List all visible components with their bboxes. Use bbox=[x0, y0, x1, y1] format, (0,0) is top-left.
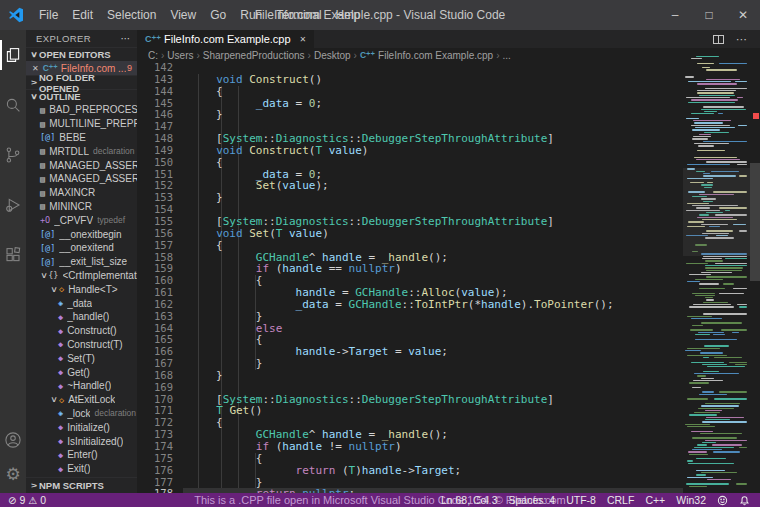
menu-help[interactable]: Help bbox=[329, 0, 368, 30]
activitybar-extensions[interactable] bbox=[0, 230, 26, 280]
outline-item[interactable]: [@]BEBE bbox=[26, 131, 137, 145]
tab-fileinfo-example[interactable]: C⁺⁺ FileInfo.com Example.cpp ✕ bbox=[137, 30, 314, 48]
problems-status[interactable]: ⊘ 9 ⚠ 0 bbox=[0, 494, 46, 506]
menu-run[interactable]: Run bbox=[233, 0, 269, 30]
outline-item[interactable]: ▤MULTILINE_PREPR... bbox=[26, 117, 137, 131]
more-actions-icon[interactable]: ⋯ bbox=[736, 33, 748, 46]
chevron-right-icon: › bbox=[354, 50, 357, 61]
breadcrumb-item[interactable]: C: bbox=[148, 50, 158, 61]
breadcrumb-item[interactable]: ... bbox=[502, 50, 510, 61]
activitybar-search[interactable] bbox=[0, 80, 26, 130]
status-item-utf-8[interactable]: UTF-8 bbox=[566, 494, 596, 506]
outline-item[interactable]: ∨◇Handle<T> bbox=[26, 282, 137, 296]
section-open-editors[interactable]: ∨ OPEN EDITORS bbox=[26, 47, 137, 61]
code-line[interactable]: void Construct() bbox=[183, 74, 683, 86]
scrollbar-thumb[interactable] bbox=[750, 163, 760, 281]
minimap[interactable] bbox=[683, 48, 750, 494]
code-line[interactable]: T Get() bbox=[183, 405, 683, 417]
symbol-method-icon: ◆ bbox=[58, 436, 63, 446]
close-button[interactable]: ✕ bbox=[726, 0, 760, 30]
outline-item-label: MRTDLL bbox=[49, 146, 89, 157]
outline-item[interactable]: ◆_handle() bbox=[26, 310, 137, 324]
outline-item[interactable]: ◆Set(T) bbox=[26, 351, 137, 365]
code-content[interactable]: void Construct() { _data = 0; } [System:… bbox=[183, 62, 683, 493]
code-line[interactable]: void Construct(T value) bbox=[183, 145, 683, 157]
activitybar-settings[interactable]: ⚙ bbox=[0, 457, 26, 491]
outline-item[interactable]: ◆Enter() bbox=[26, 448, 137, 462]
menu-file[interactable]: File bbox=[32, 0, 65, 30]
outline-item-label: Construct(T) bbox=[67, 339, 123, 350]
outline-item[interactable]: ◆~Handle() bbox=[26, 379, 137, 393]
outline-item[interactable]: ◆Construct() bbox=[26, 324, 137, 338]
outline-item[interactable]: [@]__onexitbegin bbox=[26, 227, 137, 241]
code-line[interactable]: } bbox=[183, 370, 683, 382]
chevron-down-icon[interactable]: ∨ bbox=[39, 271, 50, 280]
outline-item[interactable]: ▤MAXINCR bbox=[26, 186, 137, 200]
split-editor-icon[interactable] bbox=[713, 35, 724, 44]
symbol-method-icon: ◆ bbox=[58, 422, 63, 432]
code-editor[interactable]: 1421431441451461471481491501511521531541… bbox=[137, 62, 683, 493]
tab-label: FileInfo.com Example.cpp bbox=[164, 33, 291, 45]
outline-item[interactable]: [@]__exit_list_size bbox=[26, 255, 137, 269]
breadcrumb-item[interactable]: Users bbox=[167, 50, 193, 61]
code-line[interactable]: return nullptr; bbox=[183, 488, 683, 493]
code-line[interactable]: } bbox=[183, 192, 683, 204]
outline-item[interactable]: ▤MANAGED_ASSER... bbox=[26, 158, 137, 172]
outline-item[interactable]: ▤BAD_PREPROCESS... bbox=[26, 103, 137, 117]
outline-item[interactable]: +O_CPVFVtypedef bbox=[26, 213, 137, 227]
minimize-button[interactable]: – bbox=[658, 0, 692, 30]
bell-icon[interactable] bbox=[739, 495, 750, 506]
close-icon[interactable]: ✕ bbox=[32, 64, 39, 73]
code-line[interactable]: } bbox=[183, 358, 683, 370]
chevron-down-icon[interactable]: ∨ bbox=[48, 395, 61, 404]
scrollbar[interactable] bbox=[750, 48, 760, 494]
minimap-viewport[interactable] bbox=[683, 168, 750, 256]
menu-view[interactable]: View bbox=[163, 0, 203, 30]
sidebar-more-actions-icon[interactable]: ⋯ bbox=[121, 33, 131, 44]
outline-item[interactable]: ◆Construct(T) bbox=[26, 338, 137, 352]
cpp-file-icon: C⁺⁺ bbox=[360, 50, 375, 60]
outline-item[interactable]: ◆IsInitialized() bbox=[26, 434, 137, 448]
code-line[interactable]: void Set(T value) bbox=[183, 228, 683, 240]
outline-item[interactable]: ◈_lockdeclaration bbox=[26, 407, 137, 421]
activitybar-run-debug[interactable] bbox=[0, 180, 26, 230]
menu-go[interactable]: Go bbox=[203, 0, 233, 30]
outline-item-label: Construct() bbox=[67, 325, 116, 336]
outline-item[interactable]: ▤MANAGED_ASSER... bbox=[26, 172, 137, 186]
section-no-folder[interactable]: > NO FOLDER OPENED bbox=[26, 75, 137, 89]
outline-item[interactable]: ◆Exit() bbox=[26, 462, 137, 476]
status-item-c-[interactable]: C++ bbox=[645, 494, 665, 506]
code-line[interactable]: } bbox=[183, 109, 683, 121]
status-item-spaces-4[interactable]: Spaces: 4 bbox=[509, 494, 556, 506]
outline-item[interactable]: ▤MRTDLLdeclaration bbox=[26, 144, 137, 158]
status-item-win32[interactable]: Win32 bbox=[676, 494, 706, 506]
status-item-ln-68-col-3[interactable]: Ln 68, Col 3 bbox=[441, 494, 498, 506]
section-npm-scripts[interactable]: > NPM SCRIPTS bbox=[26, 477, 137, 493]
menu-edit[interactable]: Edit bbox=[65, 0, 100, 30]
code-line[interactable]: Set(value); bbox=[183, 180, 683, 192]
breadcrumb-item[interactable]: SharpenedProductions bbox=[203, 50, 305, 61]
status-item-crlf[interactable]: CRLF bbox=[607, 494, 634, 506]
outline-item-label: __onexitend bbox=[59, 242, 114, 253]
menu-terminal[interactable]: Terminal bbox=[269, 0, 328, 30]
code-line[interactable]: _data = 0; bbox=[183, 98, 683, 110]
breadcrumb-item[interactable]: Desktop bbox=[314, 50, 351, 61]
feedback-smiley-icon[interactable] bbox=[717, 495, 728, 506]
chevron-down-icon[interactable]: ∨ bbox=[48, 285, 61, 294]
outline-item[interactable]: ◆Initialize() bbox=[26, 420, 137, 434]
menu-selection[interactable]: Selection bbox=[100, 0, 163, 30]
activitybar-source-control[interactable] bbox=[0, 130, 26, 180]
close-icon[interactable]: ✕ bbox=[300, 35, 307, 44]
outline-item[interactable]: ▤MININCR bbox=[26, 200, 137, 214]
outline-item[interactable]: [@]__onexitend bbox=[26, 241, 137, 255]
editor-gutter[interactable]: 1421431441451461471481491501511521531541… bbox=[137, 62, 183, 493]
maximize-button[interactable]: □ bbox=[692, 0, 726, 30]
outline-item[interactable]: ∨◇AtExitLock bbox=[26, 393, 137, 407]
outline-item[interactable]: ∨{}<CrtImplementatio... bbox=[26, 269, 137, 283]
activitybar-account[interactable] bbox=[0, 423, 26, 457]
outline-item[interactable]: ◆Get() bbox=[26, 365, 137, 379]
outline-item[interactable]: ◈_data bbox=[26, 296, 137, 310]
breadcrumb-item[interactable]: FileInfo.com Example.cpp bbox=[378, 50, 493, 61]
symbol-constant-icon: ▤ bbox=[40, 119, 45, 129]
activitybar-explorer[interactable] bbox=[0, 30, 26, 80]
